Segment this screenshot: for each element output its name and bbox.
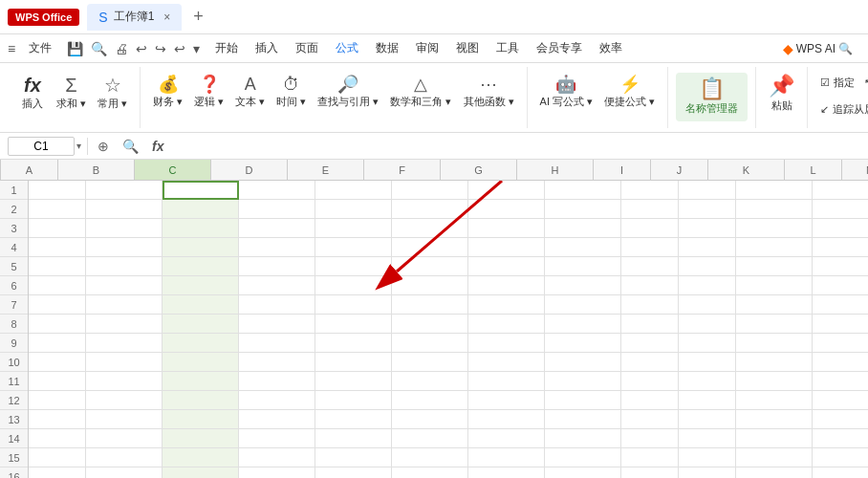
menu-review[interactable]: 审阅 [408,37,446,59]
cell-H3[interactable] [545,219,621,238]
cell-E4[interactable] [315,238,392,257]
redo-icon[interactable]: ↪ [153,39,168,58]
cell-J14[interactable] [679,429,736,448]
row-num-13[interactable]: 13 [0,410,28,429]
col-header-k[interactable]: K [708,160,785,181]
col-header-d[interactable]: D [211,160,288,181]
cell-E15[interactable] [315,448,392,467]
cell-L12[interactable] [813,391,868,410]
cell-K15[interactable] [736,448,813,467]
cell-B8[interactable] [86,315,163,334]
cell-H1[interactable] [545,181,621,200]
col-header-m[interactable]: M [842,160,868,181]
cell-C4[interactable] [163,238,239,257]
col-header-b[interactable]: B [58,160,135,181]
lookup-button[interactable]: 🔎 查找与引用 ▾ [313,73,383,112]
cell-D14[interactable] [239,429,315,448]
cell-I2[interactable] [621,200,679,219]
cell-A7[interactable] [29,295,86,315]
cell-J11[interactable] [679,372,736,391]
menu-start[interactable]: 开始 [207,37,246,59]
cell-E7[interactable] [315,295,392,315]
cell-L1[interactable] [813,181,868,200]
cell-J6[interactable] [679,276,736,295]
cell-E8[interactable] [315,315,392,334]
cell-E6[interactable] [315,276,392,295]
undo-icon[interactable]: ↩ [134,39,149,58]
cell-I11[interactable] [621,372,679,391]
cell-D9[interactable] [239,334,315,353]
cell-F9[interactable] [392,334,468,353]
cell-I14[interactable] [621,429,679,448]
cell-A5[interactable] [29,257,86,276]
cell-B11[interactable] [86,372,163,391]
cell-H15[interactable] [545,448,621,467]
cell-H16[interactable] [545,467,621,478]
ai-formula-button[interactable]: 🤖 AI 写公式 ▾ [535,73,598,112]
menu-insert[interactable]: 插入 [248,37,286,59]
cell-L15[interactable] [813,448,868,467]
cell-J16[interactable] [679,467,736,478]
row-num-10[interactable]: 10 [0,353,28,372]
cell-K8[interactable] [736,315,813,334]
cell-A10[interactable] [29,353,86,372]
cell-C12[interactable] [163,391,239,410]
cell-E16[interactable] [315,467,392,478]
cell-A9[interactable] [29,334,86,353]
cell-C10[interactable] [163,353,239,372]
row-num-14[interactable]: 14 [0,429,28,448]
cell-A16[interactable] [29,467,86,478]
cell-E13[interactable] [315,410,392,429]
cell-B4[interactable] [86,238,163,257]
row-num-6[interactable]: 6 [0,276,28,295]
search-icon[interactable]: 🔍 [89,39,109,58]
cell-F13[interactable] [392,410,468,429]
menu-formula[interactable]: 公式 [328,37,366,59]
col-header-i[interactable]: I [594,160,651,181]
cell-G14[interactable] [468,429,545,448]
menu-tools[interactable]: 工具 [488,37,527,59]
cell-J3[interactable] [679,219,736,238]
cell-H2[interactable] [545,200,621,219]
dropdown-icon[interactable]: ▾ [191,39,202,58]
cell-C16[interactable] [163,467,239,478]
menu-file[interactable]: 文件 [21,37,59,59]
cell-I3[interactable] [621,219,679,238]
cell-G5[interactable] [468,257,545,276]
wps-ai-button[interactable]: ◆ WPS AI 🔍 [775,38,860,59]
cell-L11[interactable] [813,372,868,391]
cell-C7[interactable] [163,295,239,315]
row-num-15[interactable]: 15 [0,448,28,467]
cell-E11[interactable] [315,372,392,391]
cell-A14[interactable] [29,429,86,448]
col-header-c[interactable]: C [135,160,211,181]
cell-L6[interactable] [813,276,868,295]
cell-C5[interactable] [163,257,239,276]
common-button[interactable]: ☆ 常用 ▾ [93,73,132,114]
cell-J5[interactable] [679,257,736,276]
cell-K14[interactable] [736,429,813,448]
cell-J2[interactable] [679,200,736,219]
row-num-9[interactable]: 9 [0,334,28,353]
cell-G3[interactable] [468,219,545,238]
col-header-h[interactable]: H [517,160,594,181]
cell-C3[interactable] [163,219,239,238]
cell-B10[interactable] [86,353,163,372]
cell-K2[interactable] [736,200,813,219]
cell-B3[interactable] [86,219,163,238]
cell-L3[interactable] [813,219,868,238]
workbook-tab[interactable]: S 工作簿1 × [87,4,182,31]
cell-B1[interactable] [86,181,163,200]
cell-J1[interactable] [679,181,736,200]
cell-F5[interactable] [392,257,468,276]
cell-D1[interactable] [239,181,315,200]
cell-A3[interactable] [29,219,86,238]
search-icon2[interactable]: 🔍 [838,42,853,55]
cell-B14[interactable] [86,429,163,448]
cell-F1[interactable] [392,181,468,200]
cell-F2[interactable] [392,200,468,219]
cell-C15[interactable] [163,448,239,467]
cell-E5[interactable] [315,257,392,276]
cell-C8[interactable] [163,315,239,334]
save-icon[interactable]: 💾 [65,39,85,58]
